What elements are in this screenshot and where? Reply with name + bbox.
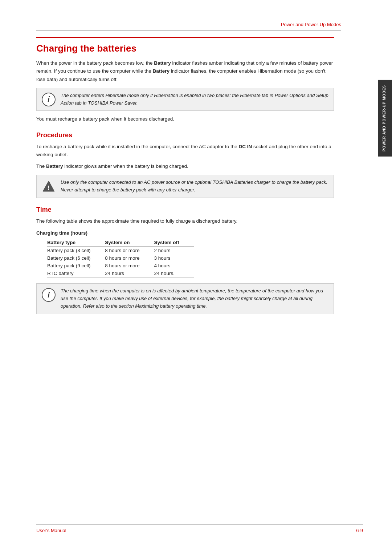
recharge-text: You must recharge a battery pack when it… — [36, 115, 334, 123]
info-box-1-text: The computer enters Hibernate mode only … — [61, 92, 328, 107]
warning-box-text: Use only the computer connected to an AC… — [61, 179, 328, 194]
table-row: Battery pack (6 cell)8 hours or more3 ho… — [47, 254, 194, 262]
col-system-on: System on — [105, 239, 154, 247]
table-cell-3-1: 24 hours — [105, 270, 154, 278]
footer-right: 6-9 — [356, 528, 363, 533]
header-title: Power and Power-Up Modes — [281, 22, 341, 27]
table-cell-2-1: 8 hours or more — [105, 262, 154, 270]
table-header-row: Battery type System on System off — [47, 239, 194, 247]
time-intro: The following table shows the approximat… — [36, 217, 334, 225]
table-heading: Charging time (hours) — [36, 230, 363, 236]
intro-paragraph: When the power in the battery pack becom… — [36, 59, 334, 84]
table-row: RTC battery24 hours24 hours. — [47, 270, 194, 278]
info-icon-1: i — [42, 93, 56, 106]
table-cell-1-0: Battery pack (6 cell) — [47, 254, 105, 262]
page-header: Power and Power-Up Modes — [36, 22, 341, 31]
table-cell-0-2: 2 hours — [154, 247, 194, 255]
col-system-off: System off — [154, 239, 194, 247]
svg-text:!: ! — [48, 185, 49, 191]
info-icon-2: i — [42, 288, 56, 302]
procedures-heading: Procedures — [36, 131, 363, 139]
table-cell-3-0: RTC battery — [47, 270, 105, 278]
procedures-para: To recharge a battery pack while it is i… — [36, 143, 334, 159]
table-cell-1-1: 8 hours or more — [105, 254, 154, 262]
info-box-charging: i The charging time when the computer is… — [36, 283, 334, 314]
table-cell-3-2: 24 hours. — [154, 270, 194, 278]
page-title: Charging the batteries — [36, 43, 363, 54]
side-tab: Power and Power-Up Modes — [378, 80, 392, 157]
col-battery-type: Battery type — [47, 239, 105, 247]
warning-icon: ! — [42, 179, 56, 193]
side-tab-label: Power and Power-Up Modes — [382, 85, 386, 151]
warning-triangle-icon: ! — [42, 180, 55, 193]
footer-left: User's Manual — [36, 528, 66, 533]
table-cell-2-2: 4 hours — [154, 262, 194, 270]
table-cell-0-1: 8 hours or more — [105, 247, 154, 255]
info-box-2-text: The charging time when the computer is o… — [61, 287, 328, 310]
footer: User's Manual 6-9 — [36, 524, 363, 533]
warning-box: ! Use only the computer connected to an … — [36, 175, 334, 198]
charging-table: Battery type System on System off Batter… — [47, 239, 194, 278]
table-cell-1-2: 3 hours — [154, 254, 194, 262]
table-cell-0-0: Battery pack (3 cell) — [47, 247, 105, 255]
time-heading: Time — [36, 206, 363, 214]
battery-indicator-text: The Battery indicator glows amber when t… — [36, 162, 334, 170]
info-box-hibernate: i The computer enters Hibernate mode onl… — [36, 88, 334, 111]
table-row: Battery pack (9 cell)8 hours or more4 ho… — [47, 262, 194, 270]
page: Power and Power-Up Modes Power and Power… — [0, 0, 392, 555]
title-divider — [36, 37, 334, 38]
table-row: Battery pack (3 cell)8 hours or more2 ho… — [47, 247, 194, 255]
table-cell-2-0: Battery pack (9 cell) — [47, 262, 105, 270]
